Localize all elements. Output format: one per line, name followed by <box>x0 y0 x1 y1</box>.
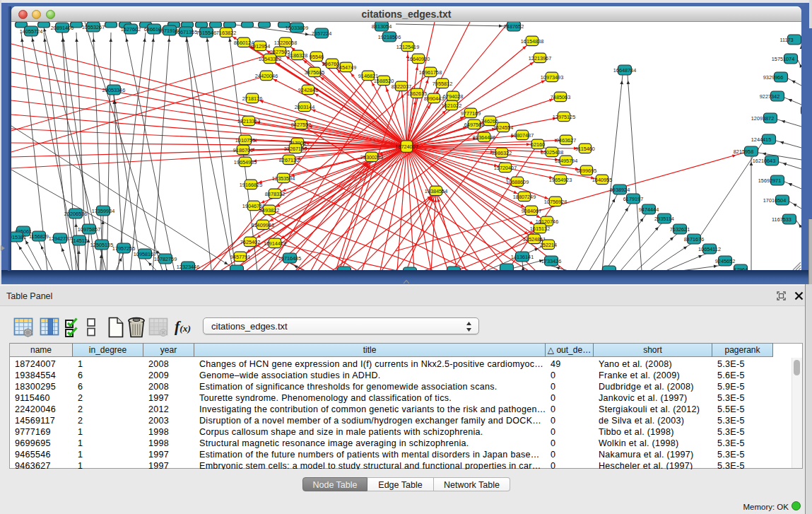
svg-text:3624554: 3624554 <box>493 124 513 131</box>
svg-text:9329966: 9329966 <box>763 74 783 81</box>
svg-text:9227342: 9227342 <box>760 93 779 100</box>
svg-text:20206536: 20206536 <box>64 211 87 217</box>
svg-text:1527602: 1527602 <box>121 26 141 33</box>
svg-text:62160: 62160 <box>531 141 545 148</box>
svg-text:7625402: 7625402 <box>240 239 260 245</box>
svg-text:1615132: 1615132 <box>530 226 550 232</box>
svg-text:8267130: 8267130 <box>279 157 299 163</box>
svg-text:1640955: 1640955 <box>592 177 612 183</box>
svg-text:11409948: 11409948 <box>252 222 274 228</box>
svg-text:8186328: 8186328 <box>288 52 307 59</box>
svg-text:9242848: 9242848 <box>298 87 318 93</box>
svg-text:252214: 252214 <box>540 242 557 248</box>
svg-text:20053346: 20053346 <box>102 87 125 93</box>
svg-text:19654923: 19654923 <box>549 177 572 183</box>
svg-text:1244415: 1244415 <box>751 136 771 143</box>
svg-text:10025438: 10025438 <box>541 149 563 156</box>
svg-text:18724007: 18724007 <box>395 144 418 150</box>
svg-text:7163822: 7163822 <box>216 30 236 36</box>
svg-text:18807249: 18807249 <box>513 194 536 200</box>
svg-text:10782759: 10782759 <box>154 256 177 262</box>
svg-text:10543382: 10543382 <box>259 56 281 62</box>
svg-text:6497568: 6497568 <box>464 122 484 128</box>
svg-text:12125419: 12125419 <box>396 44 419 50</box>
svg-text:19166825: 19166825 <box>240 182 262 188</box>
svg-text:17359934: 17359934 <box>92 208 114 214</box>
svg-text:87964: 87964 <box>734 267 748 271</box>
svg-text:3875685: 3875685 <box>305 69 324 76</box>
svg-text:16640910: 16640910 <box>407 56 430 62</box>
svg-text:9474444: 9474444 <box>639 206 659 213</box>
svg-text:1733426: 1733426 <box>541 258 561 264</box>
svg-text:6179197: 6179197 <box>623 196 643 202</box>
svg-text:16033809: 16033809 <box>286 25 308 31</box>
svg-text:7955812: 7955812 <box>433 81 452 87</box>
svg-text:5493822: 5493822 <box>259 207 279 214</box>
svg-text:8878332: 8878332 <box>265 191 285 197</box>
svg-text:16648784: 16648784 <box>613 67 636 74</box>
svg-text:14136141: 14136141 <box>511 254 534 260</box>
svg-text:1621022: 1621022 <box>442 103 461 109</box>
svg-text:16961758: 16961758 <box>419 69 442 76</box>
svg-text:7515546: 7515546 <box>196 30 216 36</box>
svg-text:16210643: 16210643 <box>753 158 775 164</box>
svg-text:25300203: 25300203 <box>360 154 383 160</box>
svg-text:8454749: 8454749 <box>336 64 356 71</box>
svg-text:17957255: 17957255 <box>112 245 135 252</box>
svg-text:1010755: 1010755 <box>235 137 255 144</box>
svg-text:2935114: 2935114 <box>654 216 674 222</box>
svg-text:8215958: 8215958 <box>734 148 753 155</box>
svg-text:7485063: 7485063 <box>551 94 570 100</box>
svg-text:7632621: 7632621 <box>670 226 690 233</box>
svg-text:19654935: 19654935 <box>234 159 257 165</box>
svg-text:16671355: 16671355 <box>175 29 197 35</box>
svg-text:9084067: 9084067 <box>522 208 541 214</box>
svg-text:1156829: 1156829 <box>29 233 49 240</box>
svg-text:8427552: 8427552 <box>291 122 311 128</box>
svg-text:10688609: 10688609 <box>506 179 529 185</box>
svg-text:19218506: 19218506 <box>378 34 401 40</box>
svg-text:12213363: 12213363 <box>237 118 260 124</box>
svg-text:12323446: 12323446 <box>177 264 199 270</box>
svg-text:2718176: 2718176 <box>242 95 262 102</box>
svg-text:7986322: 7986322 <box>492 150 512 156</box>
svg-text:10553267: 10553267 <box>82 24 105 30</box>
svg-text:8912954: 8912954 <box>250 43 270 49</box>
svg-text:10958167: 10958167 <box>134 251 156 257</box>
svg-text:19384554: 19384554 <box>425 188 447 194</box>
svg-text:18495794: 18495794 <box>555 158 577 164</box>
svg-text:12942737: 12942737 <box>49 235 71 242</box>
svg-text:10807487: 10807487 <box>511 132 534 139</box>
svg-text:9186700: 9186700 <box>233 147 253 153</box>
svg-text:17016504: 17016504 <box>763 197 786 204</box>
svg-text:9245652: 9245652 <box>715 258 735 264</box>
svg-text:20891406: 20891406 <box>51 25 73 31</box>
svg-text:33267130: 33267130 <box>284 146 307 152</box>
svg-text:10975857: 10975857 <box>78 226 100 233</box>
svg-text:6899695: 6899695 <box>577 168 596 174</box>
svg-text:13226058: 13226058 <box>274 40 297 46</box>
svg-text:15720407: 15720407 <box>494 165 517 171</box>
svg-text:114513: 114513 <box>71 238 88 244</box>
svg-text:21364436: 21364436 <box>473 134 495 141</box>
svg-text:11914479: 11914479 <box>264 240 286 247</box>
svg-text:14055724: 14055724 <box>20 28 42 35</box>
svg-text:8471676: 8471676 <box>684 236 704 243</box>
svg-text:7357224: 7357224 <box>312 30 331 37</box>
svg-text:12505135: 12505135 <box>90 242 113 248</box>
svg-text:9463627: 9463627 <box>556 137 576 144</box>
svg-text:12353594: 12353594 <box>272 175 295 182</box>
svg-text:8938924: 8938924 <box>610 187 630 193</box>
svg-text:9457791: 9457791 <box>230 254 250 260</box>
svg-text:10756928: 10756928 <box>544 199 567 205</box>
svg-text:8990443: 8990443 <box>424 95 444 102</box>
svg-text:95546: 95546 <box>310 54 324 60</box>
svg-text:2487652: 2487652 <box>504 23 524 30</box>
svg-text:9115460: 9115460 <box>575 146 595 152</box>
svg-text:12093872: 12093872 <box>751 115 774 122</box>
svg-text:16154838: 16154838 <box>521 38 543 45</box>
svg-text:12213967: 12213967 <box>529 55 551 62</box>
svg-text:10654112: 10654112 <box>698 246 721 252</box>
svg-text:8813054: 8813054 <box>372 23 392 30</box>
svg-text:24420046: 24420046 <box>255 73 278 79</box>
